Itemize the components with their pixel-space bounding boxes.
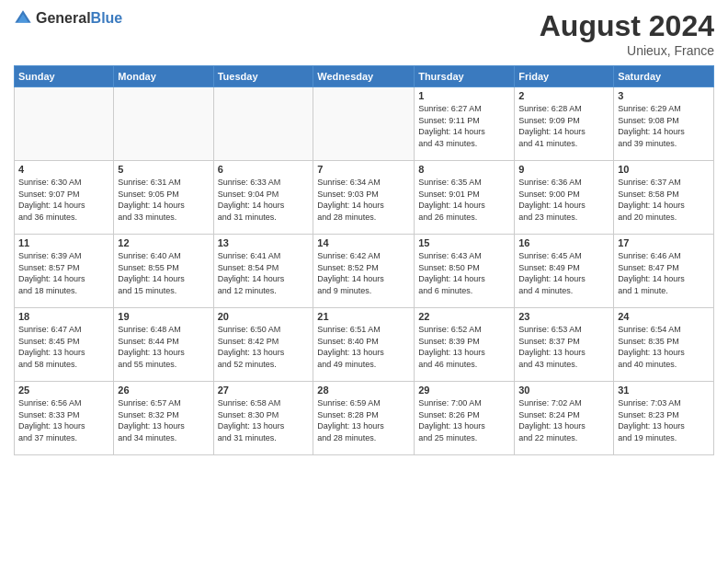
day-number: 17 bbox=[618, 237, 710, 248]
calendar-cell: 4Sunrise: 6:30 AMSunset: 9:07 PMDaylight… bbox=[15, 161, 114, 235]
month-title: August 2024 bbox=[540, 9, 714, 43]
calendar-cell: 28Sunrise: 6:59 AMSunset: 8:28 PMDayligh… bbox=[313, 382, 415, 455]
day-number: 13 bbox=[218, 237, 310, 248]
calendar-cell: 3Sunrise: 6:29 AMSunset: 9:08 PMDaylight… bbox=[614, 87, 714, 161]
calendar-cell: 7Sunrise: 6:34 AMSunset: 9:03 PMDaylight… bbox=[313, 161, 415, 235]
day-info: Sunrise: 6:33 AMSunset: 9:04 PMDaylight:… bbox=[218, 177, 310, 223]
day-number: 10 bbox=[618, 164, 710, 175]
day-info: Sunrise: 6:48 AMSunset: 8:44 PMDaylight:… bbox=[118, 324, 209, 370]
day-info: Sunrise: 6:40 AMSunset: 8:55 PMDaylight:… bbox=[118, 250, 209, 296]
day-info: Sunrise: 6:31 AMSunset: 9:05 PMDaylight:… bbox=[118, 177, 209, 223]
calendar-cell: 27Sunrise: 6:58 AMSunset: 8:30 PMDayligh… bbox=[213, 382, 313, 455]
day-info: Sunrise: 6:53 AMSunset: 8:37 PMDaylight:… bbox=[518, 324, 609, 370]
day-info: Sunrise: 6:52 AMSunset: 8:39 PMDaylight:… bbox=[418, 324, 510, 370]
calendar-cell: 12Sunrise: 6:40 AMSunset: 8:55 PMDayligh… bbox=[114, 235, 213, 308]
day-info: Sunrise: 6:39 AMSunset: 8:57 PMDaylight:… bbox=[18, 250, 109, 296]
day-header-tuesday: Tuesday bbox=[213, 66, 313, 87]
calendar-cell: 6Sunrise: 6:33 AMSunset: 9:04 PMDaylight… bbox=[213, 161, 313, 235]
day-info: Sunrise: 6:45 AMSunset: 8:49 PMDaylight:… bbox=[518, 250, 609, 296]
day-number: 15 bbox=[418, 237, 510, 248]
day-number: 4 bbox=[18, 164, 109, 175]
day-number: 23 bbox=[518, 311, 609, 322]
day-header-wednesday: Wednesday bbox=[313, 66, 415, 87]
calendar-cell: 18Sunrise: 6:47 AMSunset: 8:45 PMDayligh… bbox=[15, 308, 114, 382]
day-number: 6 bbox=[218, 164, 310, 175]
day-number: 12 bbox=[118, 237, 209, 248]
calendar-cell: 24Sunrise: 6:54 AMSunset: 8:35 PMDayligh… bbox=[614, 308, 714, 382]
day-number: 21 bbox=[317, 311, 410, 322]
day-number: 2 bbox=[518, 90, 609, 101]
day-info: Sunrise: 6:43 AMSunset: 8:50 PMDaylight:… bbox=[418, 250, 510, 296]
day-info: Sunrise: 6:29 AMSunset: 9:08 PMDaylight:… bbox=[618, 103, 710, 149]
day-info: Sunrise: 6:50 AMSunset: 8:42 PMDaylight:… bbox=[218, 324, 310, 370]
day-header-thursday: Thursday bbox=[415, 66, 515, 87]
location: Unieux, France bbox=[540, 43, 714, 58]
calendar-cell: 15Sunrise: 6:43 AMSunset: 8:50 PMDayligh… bbox=[415, 235, 515, 308]
day-info: Sunrise: 6:35 AMSunset: 9:01 PMDaylight:… bbox=[418, 177, 510, 223]
day-info: Sunrise: 6:46 AMSunset: 8:47 PMDaylight:… bbox=[618, 250, 710, 296]
calendar-cell: 17Sunrise: 6:46 AMSunset: 8:47 PMDayligh… bbox=[614, 235, 714, 308]
day-number: 8 bbox=[418, 164, 510, 175]
day-number: 31 bbox=[618, 385, 710, 396]
day-info: Sunrise: 6:42 AMSunset: 8:52 PMDaylight:… bbox=[317, 250, 410, 296]
logo-text-blue: Blue bbox=[91, 10, 123, 26]
day-number: 18 bbox=[18, 311, 109, 322]
day-number: 7 bbox=[317, 164, 410, 175]
calendar-cell: 2Sunrise: 6:28 AMSunset: 9:09 PMDaylight… bbox=[515, 87, 614, 161]
day-number: 30 bbox=[518, 385, 609, 396]
day-number: 16 bbox=[518, 237, 609, 248]
day-number: 9 bbox=[518, 164, 609, 175]
day-info: Sunrise: 6:51 AMSunset: 8:40 PMDaylight:… bbox=[317, 324, 410, 370]
title-section: August 2024 Unieux, France bbox=[540, 9, 714, 58]
calendar-cell bbox=[15, 87, 114, 161]
calendar-cell: 26Sunrise: 6:57 AMSunset: 8:32 PMDayligh… bbox=[114, 382, 213, 455]
day-info: Sunrise: 6:47 AMSunset: 8:45 PMDaylight:… bbox=[18, 324, 109, 370]
logo: GeneralBlue bbox=[14, 9, 122, 28]
day-info: Sunrise: 6:30 AMSunset: 9:07 PMDaylight:… bbox=[18, 177, 109, 223]
calendar-cell: 14Sunrise: 6:42 AMSunset: 8:52 PMDayligh… bbox=[313, 235, 415, 308]
calendar-cell: 22Sunrise: 6:52 AMSunset: 8:39 PMDayligh… bbox=[415, 308, 515, 382]
calendar-cell: 9Sunrise: 6:36 AMSunset: 9:00 PMDaylight… bbox=[515, 161, 614, 235]
day-number: 27 bbox=[218, 385, 310, 396]
calendar: SundayMondayTuesdayWednesdayThursdayFrid… bbox=[14, 65, 714, 455]
calendar-cell: 8Sunrise: 6:35 AMSunset: 9:01 PMDaylight… bbox=[415, 161, 515, 235]
day-number: 1 bbox=[418, 90, 510, 101]
logo-icon bbox=[14, 9, 32, 28]
calendar-cell: 29Sunrise: 7:00 AMSunset: 8:26 PMDayligh… bbox=[415, 382, 515, 455]
day-header-friday: Friday bbox=[515, 66, 614, 87]
day-number: 24 bbox=[618, 311, 710, 322]
day-info: Sunrise: 7:00 AMSunset: 8:26 PMDaylight:… bbox=[418, 397, 510, 443]
calendar-cell: 19Sunrise: 6:48 AMSunset: 8:44 PMDayligh… bbox=[114, 308, 213, 382]
calendar-cell: 5Sunrise: 6:31 AMSunset: 9:05 PMDaylight… bbox=[114, 161, 213, 235]
day-info: Sunrise: 6:36 AMSunset: 9:00 PMDaylight:… bbox=[518, 177, 609, 223]
calendar-cell bbox=[213, 87, 313, 161]
day-number: 29 bbox=[418, 385, 510, 396]
calendar-cell: 30Sunrise: 7:02 AMSunset: 8:24 PMDayligh… bbox=[515, 382, 614, 455]
day-info: Sunrise: 6:54 AMSunset: 8:35 PMDaylight:… bbox=[618, 324, 710, 370]
calendar-cell: 10Sunrise: 6:37 AMSunset: 8:58 PMDayligh… bbox=[614, 161, 714, 235]
day-number: 5 bbox=[118, 164, 209, 175]
day-header-sunday: Sunday bbox=[15, 66, 114, 87]
day-number: 28 bbox=[317, 385, 410, 396]
day-info: Sunrise: 6:58 AMSunset: 8:30 PMDaylight:… bbox=[218, 397, 310, 443]
day-header-saturday: Saturday bbox=[614, 66, 714, 87]
calendar-cell: 31Sunrise: 7:03 AMSunset: 8:23 PMDayligh… bbox=[614, 382, 714, 455]
day-info: Sunrise: 6:37 AMSunset: 8:58 PMDaylight:… bbox=[618, 177, 710, 223]
day-number: 22 bbox=[418, 311, 510, 322]
calendar-cell bbox=[313, 87, 415, 161]
day-info: Sunrise: 6:56 AMSunset: 8:33 PMDaylight:… bbox=[18, 397, 109, 443]
calendar-cell: 16Sunrise: 6:45 AMSunset: 8:49 PMDayligh… bbox=[515, 235, 614, 308]
calendar-cell bbox=[114, 87, 213, 161]
calendar-cell: 25Sunrise: 6:56 AMSunset: 8:33 PMDayligh… bbox=[15, 382, 114, 455]
day-info: Sunrise: 6:27 AMSunset: 9:11 PMDaylight:… bbox=[418, 103, 510, 149]
day-number: 3 bbox=[618, 90, 710, 101]
logo-text-general: General bbox=[36, 10, 91, 26]
calendar-cell: 20Sunrise: 6:50 AMSunset: 8:42 PMDayligh… bbox=[213, 308, 313, 382]
day-info: Sunrise: 6:57 AMSunset: 8:32 PMDaylight:… bbox=[118, 397, 209, 443]
calendar-cell: 13Sunrise: 6:41 AMSunset: 8:54 PMDayligh… bbox=[213, 235, 313, 308]
day-number: 14 bbox=[317, 237, 410, 248]
day-info: Sunrise: 7:03 AMSunset: 8:23 PMDaylight:… bbox=[618, 397, 710, 443]
calendar-cell: 21Sunrise: 6:51 AMSunset: 8:40 PMDayligh… bbox=[313, 308, 415, 382]
calendar-cell: 11Sunrise: 6:39 AMSunset: 8:57 PMDayligh… bbox=[15, 235, 114, 308]
day-info: Sunrise: 6:34 AMSunset: 9:03 PMDaylight:… bbox=[317, 177, 410, 223]
